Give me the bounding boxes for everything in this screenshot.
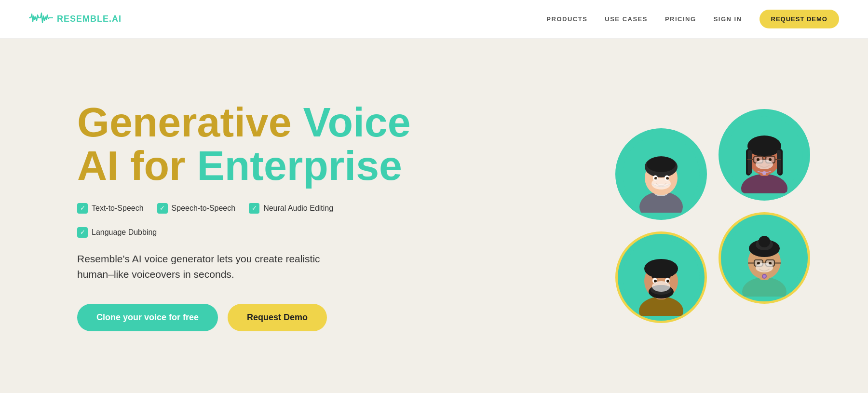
nav-use-cases[interactable]: USE CASES xyxy=(605,15,648,23)
feature-sts-label: Speech-to-Speech xyxy=(172,204,236,213)
feature-tts: ✓ Text-to-Speech xyxy=(77,203,144,214)
hero-description: Resemble's AI voice generator lets you c… xyxy=(77,251,357,283)
avatar-col-right xyxy=(719,109,810,304)
nav-sign-in[interactable]: SIGN IN xyxy=(714,15,742,23)
check-icon-nae: ✓ xyxy=(249,203,259,214)
nav-links: PRODUCTS USE CASES PRICING SIGN IN REQUE… xyxy=(546,10,839,28)
title-enterprise: Enterprise xyxy=(197,142,402,189)
check-icon-tts: ✓ xyxy=(77,203,88,214)
clone-voice-button[interactable]: Clone your voice for free xyxy=(77,304,218,331)
feature-nae: ✓ Neural Audio Editing xyxy=(249,203,333,214)
svg-point-21 xyxy=(666,280,669,283)
cta-buttons: Clone your voice for free Request Demo xyxy=(77,304,415,331)
logo-text: RESEMBLE.AI xyxy=(57,14,122,24)
avatar-3 xyxy=(615,231,707,323)
avatar-1 xyxy=(615,128,707,220)
title-ai: AI for xyxy=(77,142,197,189)
svg-point-56 xyxy=(763,275,766,278)
feature-sts: ✓ Speech-to-Speech xyxy=(157,203,236,214)
svg-point-22 xyxy=(652,281,670,292)
title-generative: Generative xyxy=(77,99,303,145)
feature-ld: ✓ Language Dubbing xyxy=(77,227,157,238)
feature-nae-label: Neural Audio Editing xyxy=(263,204,333,213)
svg-point-15 xyxy=(644,259,678,278)
avatar-4 xyxy=(719,212,810,304)
nav-request-demo-button[interactable]: REQUEST DEMO xyxy=(760,10,839,28)
feature-ld-label: Language Dubbing xyxy=(92,228,157,237)
hero-content: Generative Voice AI for Enterprise ✓ Tex… xyxy=(77,100,415,331)
features-row: ✓ Text-to-Speech ✓ Speech-to-Speech ✓ Ne… xyxy=(77,203,415,238)
logo-wave-icon xyxy=(29,11,53,27)
svg-point-39 xyxy=(762,171,766,175)
feature-tts-label: Text-to-Speech xyxy=(92,204,144,213)
svg-point-27 xyxy=(747,136,781,157)
avatar-grid xyxy=(615,109,810,323)
hero-title: Generative Voice AI for Enterprise xyxy=(77,100,415,188)
logo[interactable]: RESEMBLE.AI xyxy=(29,11,122,27)
svg-rect-31 xyxy=(777,150,781,174)
svg-point-47 xyxy=(759,236,770,247)
svg-point-5 xyxy=(647,157,676,172)
nav-pricing[interactable]: PRICING xyxy=(665,15,696,23)
avatar-2 xyxy=(719,109,810,201)
svg-point-57 xyxy=(756,263,773,272)
hero-section: Generative Voice AI for Enterprise ✓ Tex… xyxy=(0,39,868,393)
svg-point-40 xyxy=(756,160,773,169)
request-demo-button[interactable]: Request Demo xyxy=(228,304,327,331)
nav-products[interactable]: PRODUCTS xyxy=(546,15,587,23)
check-icon-ld: ✓ xyxy=(77,227,88,238)
svg-rect-30 xyxy=(748,150,752,174)
navbar: RESEMBLE.AI PRODUCTS USE CASES PRICING S… xyxy=(0,0,868,39)
avatar-col-left xyxy=(615,128,707,323)
check-icon-sts: ✓ xyxy=(157,203,168,214)
title-voice: Voice xyxy=(303,99,410,145)
